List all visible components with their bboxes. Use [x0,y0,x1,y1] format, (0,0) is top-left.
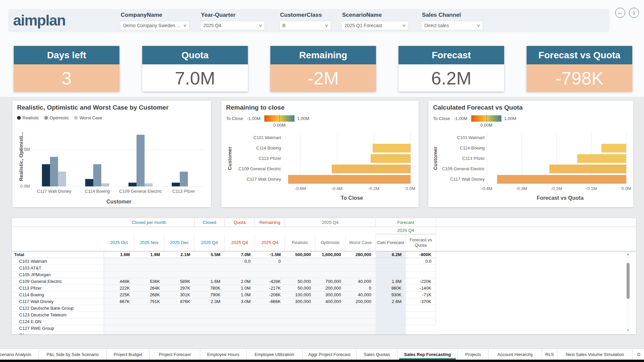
kpi-value: 7.0M [142,64,248,92]
cell-8 [345,318,376,325]
bar-c117-walt-disney[interactable] [497,175,626,184]
tab-next-sales-volume-simulation[interactable]: Next Sales Volume Simulation [557,349,633,360]
cell-7 [315,312,345,318]
cell-8: 280,000 [345,251,376,258]
legend-mid-label: 0.00M [477,123,496,128]
cell-6: 50,000 [285,285,315,291]
bar-realistic-c114-boeing[interactable] [85,179,93,186]
bar-realistic-c117-walt-disney[interactable] [42,164,50,186]
table-row-c113-pfizer[interactable]: C113 Pfizer222K264K297K780K1.0M-217K50,0… [12,285,436,292]
table-row-c117-walt-disney[interactable]: C117 Walt Disney667K791K876K2.3M3.0M-666… [12,298,436,305]
kpi-card-quota[interactable]: Quota7.0M [142,46,248,92]
bar-optimistic-c113-pfizer[interactable] [180,172,188,186]
table-row-c105-jpmorgan[interactable]: C105 JPMorgan [12,272,436,278]
column-header-10-forecast-vs-quota: Forecast vs Quota [406,234,436,251]
filter-dropdown-year-quarter[interactable]: 2025 Q4∨ [200,21,265,30]
cell-3: 5.5M [195,251,225,258]
tab-p-l-side-by-side-scenario[interactable]: P&L Side by Side Scenario [39,349,107,360]
tab-account-hierarchy[interactable]: Account Hierarchy [489,349,542,360]
bar-c109-general-electric[interactable] [549,165,626,173]
back-arrow-icon[interactable]: ← [615,8,625,18]
bar-worst-case-c109-general-electric[interactable] [145,183,153,186]
bar-c113-pfizer[interactable] [577,154,626,163]
cell-10: -140K [406,285,436,291]
cell-4 [225,332,255,334]
table-row-c114-boeing[interactable]: C114 Boeing225K268K301K790K1.0M-206K100,… [12,292,436,298]
cell-8 [345,332,376,334]
tab-employee-hours[interactable]: Employee Hours [200,349,247,360]
bar-c114-boeing[interactable] [373,144,411,153]
cell-10 [406,332,436,334]
table-row-c124-e-on[interactable]: C124 E.ON [12,318,436,325]
y-tick-label: 0.0M [12,184,30,189]
cell-8: 0 [345,285,376,291]
filter-label: CustomerClass [280,12,331,18]
filter-dropdown-companyname[interactable]: Demo Company Sweden ...∨ [120,21,190,30]
tab-aggr-project-forecast[interactable]: Aggr Project Forecast [303,349,357,360]
bar-c113-pfizer[interactable] [371,154,411,163]
bar-worst-case-c114-boeing[interactable] [101,183,109,186]
column-header-6-realistic: Realistic [285,234,315,251]
bar-realistic-c113-pfizer[interactable] [172,183,180,186]
table-row-c101-walmart[interactable]: C101 Walmart0.000.0 [12,258,436,265]
x-tick-label: -0.2M [546,186,567,191]
x-tick-label: -0.4M [477,186,497,191]
legend-item-realistic[interactable]: Realistic [17,115,39,120]
tab-project-forecast[interactable]: Project Forecast [150,349,200,360]
table-row-c127-rwe-group[interactable]: C127 RWE Group [12,325,436,332]
bar-c109-general-electric[interactable] [332,165,411,173]
row-label: C103 AT&T [12,265,104,271]
legend-item-optimistic[interactable]: Optimistic [44,115,69,120]
table-row-c1[interactable]: C1.. [12,332,436,334]
bar-optimistic-c109-general-electric[interactable] [137,135,145,186]
cell-1 [134,318,164,325]
tab-sales-quotas[interactable]: Sales Quotas [357,349,397,360]
kpi-card-forecast-vs-quota[interactable]: Forecast vs Quota-798K [527,46,632,92]
legend-dot-icon [17,116,21,120]
kpi-card-remaining[interactable]: Remaining-2M [270,46,376,92]
scroll-down-arrow[interactable]: ▼ [626,329,631,332]
bar-realistic-c109-general-electric[interactable] [128,183,137,186]
x-category-label: C113 Pfizer [162,189,206,194]
legend-item-worst-case[interactable]: Worst Case [74,115,102,120]
cell-4: 0.0 [225,258,255,264]
cell-1: 268K [134,292,164,298]
cell-8: 40,000 [345,292,376,298]
bar-optimistic-c117-walt-disney[interactable] [50,157,58,186]
tab-scenario-analysis[interactable]: Scenario Analysis [0,349,39,360]
bar-c117-walt-disney[interactable] [288,175,411,184]
legend-zero-tick [486,115,487,122]
filter-dropdown-sales-channel[interactable]: Direct sales∨ [421,21,483,30]
kpi-value: 3 [14,64,119,92]
bar-optimistic-c114-boeing[interactable] [93,164,101,186]
filter-dropdown-customerclass[interactable]: B∨ [279,21,331,30]
filter-selected-value: Direct sales [424,23,449,28]
kpi-card-days-left[interactable]: Days left3 [14,46,119,92]
tab-projects[interactable]: Projects [458,349,489,360]
table-row-c123-deutsche-telekom[interactable]: C123 Deutsche Telekom [12,312,436,318]
cell-6 [285,305,315,311]
tab-d[interactable]: D [633,349,644,360]
cell-9 [376,332,406,334]
table-row-c122-deutsche-bank-group[interactable]: C122 Deutsche Bank Group [12,305,436,312]
tab-project-budget[interactable]: Project Budget [107,349,150,360]
cell-7 [315,272,345,278]
filter-dropdown-scenarioname[interactable]: 2025 Q1 Forecast∨ [341,21,409,30]
cell-5 [255,265,285,271]
scroll-up-arrow[interactable]: ▲ [626,253,631,256]
cell-5 [255,305,285,311]
table-row-total[interactable]: Total1.6M1.9M2.1M5.5M7.0M-1.5M500,0001,6… [12,251,436,258]
scroll-thumb[interactable] [627,263,630,299]
bar-worst-case-c117-walt-disney[interactable] [58,172,66,186]
tab-rls[interactable]: RLS [542,349,557,360]
bar-c114-boeing[interactable] [601,144,626,153]
table-row-c103-at-t[interactable]: C103 AT&T [12,265,436,272]
tab-sales-rep-forecasting[interactable]: Sales Rep Forecasting [397,349,458,360]
cell-9 [376,305,406,311]
info-icon[interactable]: i [629,8,639,18]
cell-2: 2.1M [164,251,195,258]
filter-selected-value: B [282,23,285,28]
kpi-card-forecast[interactable]: Forecast6.2M [398,46,504,92]
table-row-c109-general-electric[interactable]: C109 General Electric448K536K589K1.6M2.0… [12,278,436,285]
tab-employee-utilization[interactable]: Employee Utilization [247,349,303,360]
